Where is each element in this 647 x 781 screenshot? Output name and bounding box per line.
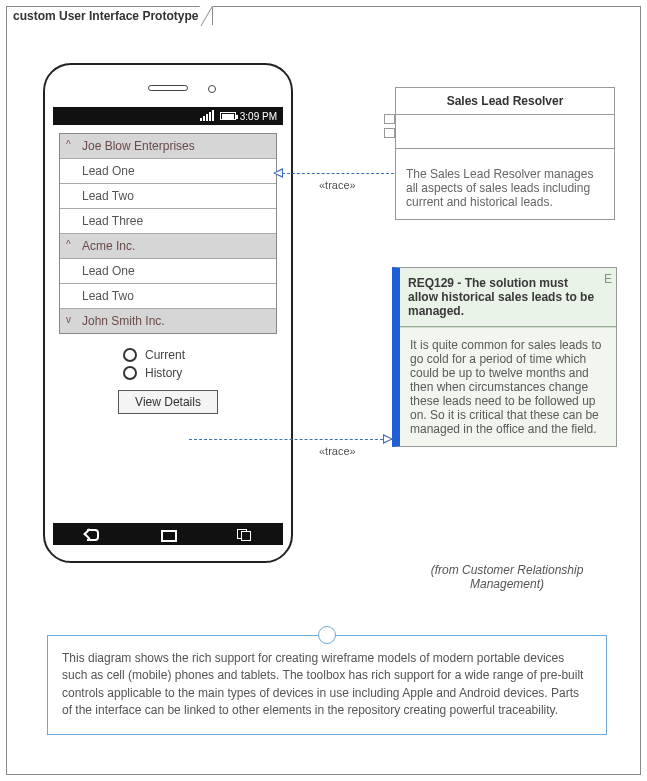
radio-icon [123, 348, 137, 362]
sales-lead-resolver-element[interactable]: Sales Lead Resolver The Sales Lead Resol… [395, 87, 615, 220]
list-item[interactable]: Lead Three [60, 209, 276, 234]
list-group[interactable]: Joe Blow Enterprises [60, 134, 276, 159]
list-item[interactable]: Lead One [60, 259, 276, 284]
status-time: 3:09 PM [240, 111, 277, 122]
frame-title: custom User Interface Prototype [13, 9, 198, 23]
status-bar: 3:09 PM [53, 107, 283, 125]
phone-speaker-icon [148, 85, 188, 91]
note-pin-icon [318, 626, 336, 644]
list-item-label: Lead One [82, 164, 135, 178]
trace-connector [189, 439, 393, 440]
list-item-label: Lead Two [82, 189, 134, 203]
requirement-title: REQ129 - The solution must allow histori… [400, 268, 616, 327]
recent-apps-icon[interactable] [237, 527, 253, 541]
radio-label: History [145, 366, 182, 380]
list-group[interactable]: John Smith Inc. [60, 309, 276, 333]
radio-history[interactable]: History [123, 366, 283, 380]
trace-arrow-icon [273, 168, 283, 178]
list-item-label: Lead Three [82, 214, 143, 228]
phone-camera-icon [208, 85, 216, 93]
radio-current[interactable]: Current [123, 348, 283, 362]
from-package-label: (from Customer Relationship Management) [402, 563, 612, 591]
list-group[interactable]: Acme Inc. [60, 234, 276, 259]
filter-radios: Current History [123, 348, 283, 380]
element-type-badge: E [604, 272, 612, 286]
diagram-frame: custom User Interface Prototype 3:09 PM … [6, 6, 641, 775]
list-item[interactable]: Lead Two [60, 184, 276, 209]
home-icon[interactable] [160, 527, 176, 541]
trace-arrow-icon [383, 434, 393, 444]
frame-title-tab: custom User Interface Prototype [6, 6, 213, 25]
list-group-label: Acme Inc. [82, 239, 135, 253]
list-group-label: John Smith Inc. [82, 314, 165, 328]
radio-label: Current [145, 348, 185, 362]
phone-wireframe: 3:09 PM Joe Blow Enterprises Lead One Le… [43, 63, 293, 563]
battery-icon [220, 112, 236, 120]
list-item[interactable]: Lead One [60, 159, 276, 184]
port-icon [384, 128, 395, 138]
list-item-label: Lead One [82, 264, 135, 278]
android-navbar [53, 523, 283, 545]
list-group-label: Joe Blow Enterprises [82, 139, 195, 153]
diagram-note: This diagram shows the rich support for … [47, 635, 607, 735]
element-description: The Sales Lead Resolver manages all aspe… [396, 149, 614, 219]
back-icon[interactable] [83, 527, 99, 541]
requirement-body: It is quite common for sales leads to go… [400, 327, 616, 446]
view-details-button[interactable]: View Details [118, 390, 218, 414]
element-title: Sales Lead Resolver [396, 88, 614, 115]
trace-connector [282, 173, 394, 174]
note-text: This diagram shows the rich support for … [62, 651, 583, 717]
requirement-title-text: REQ129 - The solution must allow histori… [408, 276, 594, 318]
list-item[interactable]: Lead Two [60, 284, 276, 309]
phone-screen: Joe Blow Enterprises Lead One Lead Two L… [53, 127, 283, 521]
port-icon [384, 114, 395, 124]
requirement-element[interactable]: REQ129 - The solution must allow histori… [392, 267, 617, 447]
trace-label: «trace» [319, 445, 356, 457]
trace-label: «trace» [319, 179, 356, 191]
list-item-label: Lead Two [82, 289, 134, 303]
signal-icon [200, 111, 214, 121]
radio-icon [123, 366, 137, 380]
lead-list: Joe Blow Enterprises Lead One Lead Two L… [59, 133, 277, 334]
